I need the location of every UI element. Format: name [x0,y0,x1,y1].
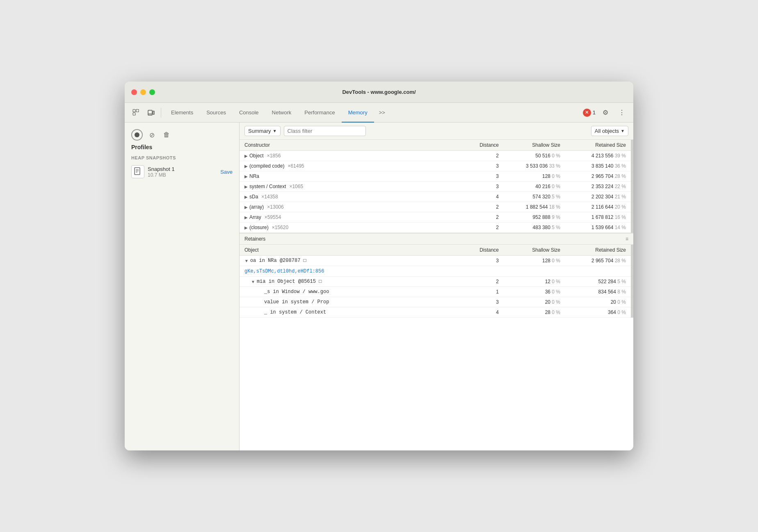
chevron-down-icon-2: ▼ [621,129,625,133]
svg-rect-2 [133,113,135,115]
expand-arrow[interactable]: ▶ [244,154,248,158]
minimize-button[interactable] [140,89,146,95]
table-row[interactable]: _ in system / Context 4 28 0 % 364 0 % [240,307,631,318]
close-button[interactable] [131,89,137,95]
tab-console[interactable]: Console [233,103,265,123]
inspector-icon[interactable] [130,106,143,119]
class-filter-input[interactable] [284,126,366,136]
ret-col-retained: Retained Size [565,245,631,256]
table-row[interactable]: ▶ (array) ×13006 2 1 882 544 18 % 2 116 … [240,202,631,212]
summary-select[interactable]: Summary ▼ [244,126,281,136]
constructor-cell: ▶ (compiled code) ×61495 [240,161,463,171]
expand-arrow[interactable]: ▶ [244,225,248,230]
svg-rect-3 [148,110,152,115]
table-row[interactable]: ▶ NRa 3 128 0 % 2 965 704 28 % [240,171,631,182]
shallow-size-cell: 952 888 9 % [504,212,565,223]
ret-col-object: Object [240,245,463,256]
device-icon[interactable] [144,106,158,119]
retainers-menu-icon[interactable]: ≡ [626,236,628,242]
distance-cell: 2 [463,223,504,233]
svg-rect-1 [136,109,139,112]
trash-button[interactable]: 🗑 [161,129,172,141]
shallow-size-cell: 20 0 % [504,297,565,307]
retained-size-cell: 522 284 5 % [565,277,631,287]
svg-rect-0 [133,109,135,112]
expand-arrow[interactable]: ▼ [251,280,255,284]
constructor-cell: ▶ Array ×59554 [240,212,463,223]
col-shallow-size: Shallow Size [504,140,565,151]
shallow-size-cell: 128 0 % [504,171,565,182]
distance-cell: 3 [463,256,504,266]
retained-size-cell: 364 0 % [565,307,631,318]
distance-cell: 2 [463,212,504,223]
table-row[interactable]: ▶ (compiled code) ×61495 3 3 533 036 33 … [240,161,631,171]
tab-more[interactable]: >> [374,103,390,123]
section-label: HEAP SNAPSHOTS [131,155,233,160]
object-cell: gKe,sTsDMc,dtl0hd,eHDfl:856 [240,266,463,277]
title-bar: DevTools - www.google.com/ [125,82,633,103]
table-row[interactable]: ▶ system / Context ×1065 3 40 216 0 % 2 … [240,182,631,192]
tab-elements[interactable]: Elements [164,103,200,123]
col-retained-size: Retained Size [565,140,631,151]
expand-arrow[interactable]: ▶ [244,205,248,209]
object-cell: _s in Window / www.goo [240,287,463,297]
table-row[interactable]: ▼ oa in NRa @208787 □ 3 128 0 % 2 965 70… [240,256,631,266]
table-row[interactable]: ▶ Object ×1856 2 50 516 0 % 4 213 556 39… [240,151,631,161]
table-row[interactable]: ▶ Array ×59554 2 952 888 9 % 1 678 812 1… [240,212,631,223]
distance-cell [463,266,504,277]
chevron-down-icon: ▼ [273,129,277,133]
retained-size-cell: 834 564 8 % [565,287,631,297]
error-count: 1 [593,109,596,116]
tab-performance[interactable]: Performance [298,103,341,123]
expand-arrow[interactable]: ▶ [244,174,248,179]
devtools-window: DevTools - www.google.com/ Elements [125,82,633,450]
shallow-size-cell: 1 882 544 18 % [504,202,565,212]
object-cell: ▼ oa in NRa @208787 □ [240,256,463,266]
error-icon: ✕ [583,109,591,117]
tab-network[interactable]: Network [265,103,298,123]
heap-table: Constructor Distance Shallow Size Retain… [240,140,633,233]
distance-cell: 2 [463,202,504,212]
constructor-cell: ▶ (closure) ×15620 [240,223,463,233]
save-link[interactable]: Save [220,169,233,175]
retained-size-cell: 2 353 224 22 % [565,182,631,192]
constructor-cell: ▶ system / Context ×1065 [240,182,463,192]
col-constructor: Constructor [240,140,463,151]
retained-size-cell: 4 213 556 39 % [565,151,631,161]
distance-cell: 3 [463,297,504,307]
all-objects-select[interactable]: All objects ▼ [591,126,628,136]
more-options-icon[interactable]: ⋮ [615,106,628,119]
distance-cell: 3 [463,161,504,171]
table-row[interactable]: ▶ (closure) ×15620 2 483 380 5 % 1 539 6… [240,223,631,233]
record-button[interactable] [131,129,143,141]
maximize-button[interactable] [149,89,155,95]
distance-cell: 3 [463,182,504,192]
table-row[interactable]: gKe,sTsDMc,dtl0hd,eHDfl:856 [240,266,631,277]
link-text[interactable]: gKe,sTsDMc,dtl0hd,eHDfl:856 [244,268,324,274]
expand-arrow[interactable]: ▶ [244,164,248,168]
svg-rect-4 [153,111,154,114]
shallow-size-cell: 128 0 % [504,256,565,266]
snapshot-item[interactable]: Snapshot 1 10.7 MB Save [131,165,233,178]
tab-sources[interactable]: Sources [200,103,233,123]
clear-button[interactable]: ⊘ [146,129,158,141]
table-row[interactable]: value in system / Prop 3 20 0 % 20 0 % [240,297,631,307]
table-row[interactable]: ▼ mia in Object @85615 □ 2 12 0 % 522 28… [240,277,631,287]
retained-size-cell: 1 678 812 16 % [565,212,631,223]
shallow-size-cell: 3 533 036 33 % [504,161,565,171]
object-cell: _ in system / Context [240,307,463,318]
shallow-size-cell: 28 0 % [504,307,565,318]
ret-col-shallow: Shallow Size [504,245,565,256]
retainers-section: Retainers ≡ Object Distance Shallow Size… [240,233,633,318]
expand-arrow[interactable]: ▼ [244,259,249,263]
distance-cell: 1 [463,287,504,297]
constructor-cell: ▶ sDa ×14358 [240,192,463,202]
expand-arrow[interactable]: ▶ [244,184,248,189]
expand-arrow[interactable]: ▶ [244,215,248,220]
tab-memory[interactable]: Memory [342,103,374,123]
table-row[interactable]: ▶ sDa ×14358 4 574 320 5 % 2 202 304 21 … [240,192,631,202]
settings-icon[interactable]: ⚙ [599,106,612,119]
table-row[interactable]: _s in Window / www.goo 1 36 0 % 834 564 … [240,287,631,297]
expand-arrow[interactable]: ▶ [244,195,248,199]
shallow-size-cell: 12 0 % [504,277,565,287]
